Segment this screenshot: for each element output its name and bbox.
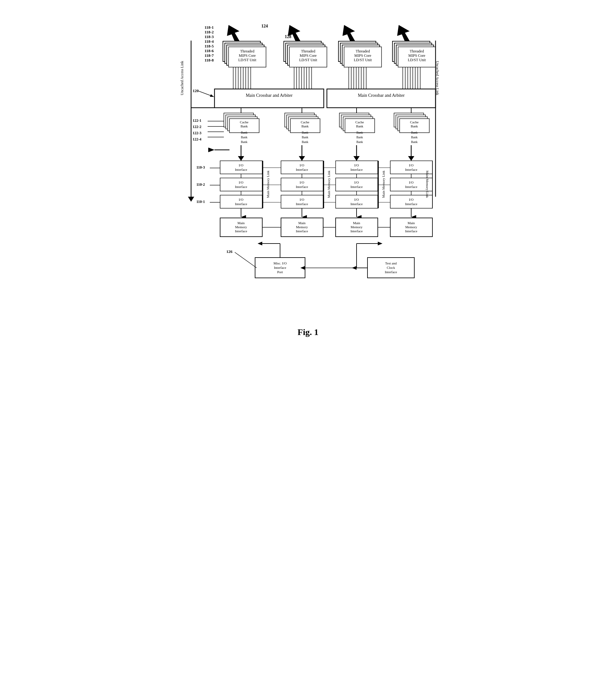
- core2-label-1: Threaded: [301, 49, 315, 53]
- uncached-left-label: Uncached Access Link: [180, 61, 184, 95]
- cache3-label-2: Bank: [356, 124, 364, 128]
- io-col1-row1-label1: I/O: [239, 198, 243, 201]
- crossbar-right-label: Main Crossbar and Arbiter: [358, 93, 404, 98]
- mem4-label-2: Memory: [405, 225, 417, 229]
- mem-link-4-label: Main Memory Link: [425, 171, 429, 198]
- cache4-bank-label3: Bank: [411, 140, 417, 143]
- figure-label: Fig. 1: [174, 327, 442, 337]
- io-col3-row1: [336, 195, 378, 208]
- io-col3-row3-label2: Interface: [350, 168, 362, 172]
- io-col2-row3-label2: Interface: [296, 168, 308, 172]
- io-col3-row1-label1: I/O: [354, 198, 359, 201]
- core3-label-3: LD/ST Unit: [354, 58, 372, 62]
- mem3-label-2: Memory: [351, 225, 362, 229]
- label-118-2: 118-2: [204, 30, 214, 34]
- mem-link-3-label: Main Memory Link: [381, 171, 385, 198]
- label-118-4: 118-4: [204, 39, 214, 44]
- diagram-wrapper: 118-1 118-2 118-3 118-4 118-5 118-6 118-…: [174, 16, 442, 321]
- mem3-label-3: Interface: [350, 229, 362, 233]
- mem2-label-1: Main: [298, 221, 306, 225]
- io-col2-row1-label2: Interface: [296, 202, 308, 206]
- core2-label-2: MIPS Core: [300, 53, 316, 58]
- io-col1-row2-label1: I/O: [239, 180, 243, 184]
- architecture-diagram: 118-1 118-2 118-3 118-4 118-5 118-6 118-…: [174, 16, 442, 321]
- cache3-bank-label: Bank: [356, 131, 363, 134]
- label-122-2: 122-2: [193, 125, 201, 129]
- arrow-left-down: [188, 197, 194, 202]
- cache2-label-1: Cache: [301, 120, 309, 124]
- core4-label-1: Threaded: [410, 49, 424, 53]
- io-col3-row2: [336, 178, 378, 191]
- io-col3-row1-label2: Interface: [350, 202, 362, 206]
- label-118-7: 118-7: [204, 53, 214, 58]
- cache2-bank-label3: Bank: [302, 140, 308, 143]
- cache4-bank-label: Bank: [411, 131, 417, 134]
- io-col4-row2-label1: I/O: [409, 180, 413, 184]
- core1-label-2: MIPS Core: [239, 53, 256, 58]
- mem4-label-1: Main: [408, 221, 415, 225]
- cache1-label-1: Cache: [240, 120, 248, 124]
- misc-io-label-1: Misc. I/O: [273, 261, 286, 265]
- mem2-label-2: Memory: [296, 225, 308, 229]
- io-col4-row1-label2: Interface: [405, 202, 417, 206]
- mem-link-2-label: Main Memory Link: [327, 171, 331, 198]
- io-col1-row3-label2: Interface: [235, 168, 247, 172]
- label-118-8: 118-8: [204, 58, 214, 63]
- cache1-bank-label: Bank: [241, 131, 247, 134]
- io-col1-row3: [220, 161, 262, 174]
- cache3-bank-label2: Bank: [356, 135, 363, 139]
- label-122-4: 122-4: [193, 137, 201, 141]
- mem3-label-1: Main: [353, 221, 360, 225]
- label-118-5: 118-5: [204, 44, 214, 48]
- label-122-3: 122-3: [193, 131, 201, 135]
- page-container: 118-1 118-2 118-3 118-4 118-5 118-6 118-…: [168, 6, 449, 343]
- core2-label-3: LD/ST Unit: [299, 58, 317, 62]
- cache1-bank-label2: Bank: [241, 135, 247, 139]
- label-124: 124: [261, 24, 268, 28]
- core4-label-2: MIPS Core: [408, 53, 425, 58]
- mem1-label-1: Main: [237, 221, 245, 225]
- mem2-label-3: Interface: [296, 229, 308, 233]
- label-120: 120: [193, 88, 199, 93]
- mem1-label-3: Interface: [235, 229, 247, 233]
- crossbar-left-label: Main Crossbar and Arbiter: [246, 93, 292, 98]
- arrow-test-mem4: [378, 242, 382, 245]
- crossbar-left: [215, 89, 324, 108]
- crossbar-right: [327, 89, 436, 108]
- core1-label-1: Threaded: [240, 49, 254, 53]
- io-col4-row2-label2: Interface: [405, 185, 417, 188]
- io-col4-row3-label2: Interface: [405, 168, 417, 172]
- label-110-2: 110-2: [196, 182, 205, 187]
- cache2-bank-label2: Bank: [302, 135, 308, 139]
- io-col1-row1: [220, 195, 262, 208]
- label-118-6: 118-6: [204, 48, 214, 53]
- arrow-120: [199, 91, 214, 97]
- io-col1-row3-label1: I/O: [239, 163, 243, 167]
- io-col4-row3-label1: I/O: [409, 163, 413, 167]
- mem-link-1-label: Main Memory Link: [266, 171, 270, 198]
- mem1-label-2: Memory: [235, 225, 247, 229]
- cache4-label-1: Cache: [410, 120, 419, 124]
- cache1-bank-label3: Bank: [241, 140, 247, 143]
- core3-label-1: Threaded: [356, 49, 370, 53]
- arrow-126: [235, 252, 257, 268]
- io-col1-row2-label2: Interface: [235, 185, 247, 188]
- io-col2-row1: [281, 195, 323, 208]
- io-col2-row3: [281, 161, 323, 174]
- arrow-misc-mem1: [258, 242, 262, 245]
- test-clock-label-3: Interface: [384, 270, 397, 274]
- cache4-bank-label2: Bank: [411, 135, 417, 139]
- cache3-label-1: Cache: [355, 120, 364, 124]
- io-col4-row1-label1: I/O: [409, 198, 413, 201]
- io-col2-row2-label1: I/O: [300, 180, 304, 184]
- test-clock-label-2: Clock: [387, 266, 395, 269]
- io-col2-row3-label1: I/O: [300, 163, 304, 167]
- label-118-3: 118-3: [204, 34, 214, 39]
- cache1-label-2: Bank: [240, 124, 248, 128]
- misc-io-label-3: Port: [277, 270, 283, 274]
- io-col1-row2: [220, 178, 262, 191]
- core1-label-3: LD/ST Unit: [238, 58, 256, 62]
- io-col2-row1-label1: I/O: [300, 198, 304, 201]
- label-118-1: 118-1: [204, 25, 214, 30]
- io-col3-row3-label1: I/O: [354, 163, 359, 167]
